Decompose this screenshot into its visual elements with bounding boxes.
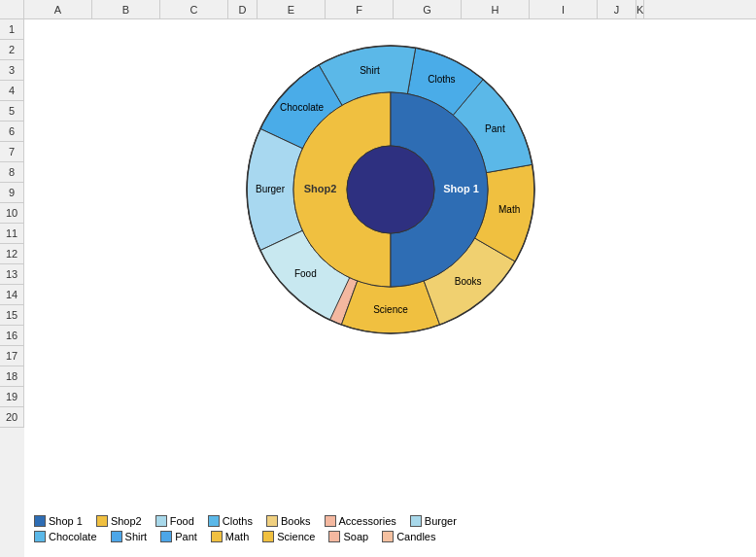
svg-text:Shirt: Shirt bbox=[360, 65, 380, 76]
legend-item: Burger bbox=[410, 515, 457, 527]
legend-color-box bbox=[111, 531, 122, 542]
legend-item: Science bbox=[262, 531, 315, 542]
legend-item: Food bbox=[155, 515, 194, 527]
legend-color-box bbox=[208, 515, 220, 527]
legend-item: Shirt bbox=[111, 531, 148, 542]
svg-text:Food: Food bbox=[293, 268, 316, 279]
legend-color-box bbox=[328, 531, 340, 542]
row-header-15: 15 bbox=[0, 305, 24, 326]
row-header-4: 4 bbox=[0, 81, 24, 101]
row-header-1: 1 bbox=[0, 19, 24, 40]
svg-text:Math: Math bbox=[498, 204, 519, 215]
legend-color-box bbox=[34, 515, 46, 527]
row-header-12: 12 bbox=[0, 244, 24, 264]
legend-label: Shop 1 bbox=[49, 515, 83, 527]
row-header-7: 7 bbox=[0, 142, 24, 162]
legend-item: Shop2 bbox=[96, 515, 142, 527]
legend-label: Food bbox=[170, 515, 194, 527]
row-header-10: 10 bbox=[0, 203, 24, 224]
row-header-6: 6 bbox=[0, 122, 24, 142]
legend-color-box bbox=[96, 515, 108, 527]
col-header-A: A bbox=[24, 0, 92, 18]
col-header-F: F bbox=[326, 0, 394, 18]
legend-label: Cloths bbox=[223, 515, 253, 527]
legend-row-2: ChocolateShirtPantMathScienceSoapCandles bbox=[34, 531, 746, 542]
chart-area: CandlesSoapAccessoriesScienceBooksMathPa… bbox=[24, 19, 756, 557]
legend-area: Shop 1Shop2FoodClothsBooksAccessoriesBur… bbox=[34, 515, 746, 542]
legend-label: Soap bbox=[343, 531, 368, 542]
col-header-H: H bbox=[462, 0, 530, 18]
row-header-11: 11 bbox=[0, 224, 24, 244]
row-header-9: 9 bbox=[0, 183, 24, 203]
legend-item: Shop 1 bbox=[34, 515, 83, 527]
spreadsheet-body: 1234567891011121314151617181920 CandlesS… bbox=[0, 19, 756, 557]
legend-label: Pant bbox=[175, 531, 197, 542]
legend-color-box bbox=[211, 531, 223, 542]
legend-label: Books bbox=[281, 515, 311, 527]
col-header-C: C bbox=[160, 0, 228, 18]
col-header-D: D bbox=[228, 0, 258, 18]
svg-text:Books: Books bbox=[454, 276, 481, 287]
legend-color-box bbox=[266, 515, 278, 527]
svg-text:Chocolate: Chocolate bbox=[280, 102, 324, 113]
legend-item: Chocolate bbox=[34, 531, 97, 542]
row-header-20: 20 bbox=[0, 407, 24, 428]
col-header-E: E bbox=[258, 0, 326, 18]
svg-text:Science: Science bbox=[373, 304, 408, 315]
row-header-5: 5 bbox=[0, 101, 24, 122]
svg-text:Pant: Pant bbox=[485, 123, 505, 134]
svg-text:Shop 1: Shop 1 bbox=[443, 183, 479, 194]
legend-label: Accessories bbox=[339, 515, 396, 527]
legend-item: Accessories bbox=[325, 515, 396, 527]
legend-item: Cloths bbox=[208, 515, 253, 527]
col-header-J: J bbox=[598, 0, 636, 18]
legend-label: Burger bbox=[425, 515, 457, 527]
row-header-14: 14 bbox=[0, 285, 24, 305]
legend-color-box bbox=[262, 531, 274, 542]
svg-text:Cloths: Cloths bbox=[428, 74, 455, 85]
legend-item: Candles bbox=[382, 531, 435, 542]
spreadsheet: ABCDEFGHIJK 1234567891011121314151617181… bbox=[0, 0, 756, 557]
legend-color-box bbox=[410, 515, 422, 527]
legend-color-box bbox=[34, 531, 46, 542]
row-header-17: 17 bbox=[0, 346, 24, 366]
column-headers: ABCDEFGHIJK bbox=[0, 0, 756, 19]
svg-point-14 bbox=[347, 146, 434, 233]
legend-color-box bbox=[155, 515, 167, 527]
legend-color-box bbox=[325, 515, 336, 527]
legend-item: Pant bbox=[160, 531, 197, 542]
row-header-19: 19 bbox=[0, 387, 24, 407]
row-header-8: 8 bbox=[0, 162, 24, 183]
svg-text:Shop2: Shop2 bbox=[303, 183, 336, 194]
corner-cell bbox=[0, 0, 24, 18]
legend-item: Books bbox=[266, 515, 311, 527]
legend-color-box bbox=[160, 531, 172, 542]
legend-label: Science bbox=[277, 531, 315, 542]
col-header-K: K bbox=[636, 0, 644, 18]
row-header-13: 13 bbox=[0, 264, 24, 285]
col-header-B: B bbox=[92, 0, 160, 18]
row-header-16: 16 bbox=[0, 326, 24, 346]
legend-row-1: Shop 1Shop2FoodClothsBooksAccessoriesBur… bbox=[34, 515, 746, 527]
svg-text:Burger: Burger bbox=[255, 184, 285, 194]
row-headers: 1234567891011121314151617181920 bbox=[0, 19, 24, 557]
legend-label: Chocolate bbox=[49, 531, 97, 542]
legend-label: Math bbox=[225, 531, 249, 542]
row-header-2: 2 bbox=[0, 40, 24, 60]
col-header-G: G bbox=[394, 0, 462, 18]
row-header-18: 18 bbox=[0, 366, 24, 387]
legend-label: Candles bbox=[396, 531, 435, 542]
legend-item: Math bbox=[211, 531, 249, 542]
legend-item: Soap bbox=[328, 531, 368, 542]
main-content: CandlesSoapAccessoriesScienceBooksMathPa… bbox=[24, 19, 756, 557]
donut-chart: CandlesSoapAccessoriesScienceBooksMathPa… bbox=[235, 39, 546, 350]
legend-color-box bbox=[382, 531, 394, 542]
legend-label: Shirt bbox=[125, 531, 148, 542]
col-header-I: I bbox=[530, 0, 598, 18]
row-header-3: 3 bbox=[0, 60, 24, 81]
legend-label: Shop2 bbox=[111, 515, 142, 527]
